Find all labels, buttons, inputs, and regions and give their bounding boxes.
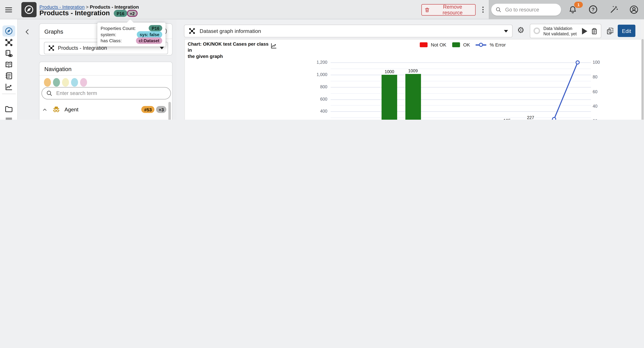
left-axis-tick: 800 xyxy=(305,84,327,89)
legend-error-label[interactable]: % Error xyxy=(490,42,506,47)
agent-icon xyxy=(50,105,62,114)
nav-item-label[interactable]: Agent xyxy=(64,106,141,113)
validation-status-circle-icon xyxy=(534,28,540,34)
right-axis-tick: 80 xyxy=(593,74,598,79)
navigation-panel: Navigation Agent#53+3AnnotationPropertys… xyxy=(39,62,172,120)
validation-title: Data Validation xyxy=(544,26,572,31)
chart-title: Chart: OK/NOK test Cases per class inthe… xyxy=(188,41,270,60)
database-view-icon[interactable] xyxy=(4,49,13,58)
chart-type-icon[interactable] xyxy=(270,42,277,49)
navigation-panel-title: Navigation xyxy=(44,66,72,72)
left-axis-tick: 1,200 xyxy=(305,60,327,64)
edit-button[interactable]: Edit xyxy=(618,24,636,37)
right-axis-tick: 100 xyxy=(593,60,600,64)
color-dot[interactable] xyxy=(44,78,51,86)
tooltip-badge: sys: false xyxy=(137,31,162,38)
left-axis-tick: 600 xyxy=(305,96,327,101)
rail-divider xyxy=(2,94,16,94)
right-axis-tick: 40 xyxy=(593,104,598,109)
left-axis-tick: 1,000 xyxy=(305,72,327,77)
navigation-search[interactable] xyxy=(42,87,171,99)
app-logo[interactable] xyxy=(21,2,36,18)
go-to-resource-search[interactable] xyxy=(491,4,561,16)
nav-badge: +3 xyxy=(156,106,166,113)
color-filter-dots xyxy=(44,78,87,86)
nav-item-agent[interactable]: Agent#53+3 xyxy=(40,102,172,117)
legend-notok-swatch[interactable] xyxy=(420,42,428,47)
tooltip-label: Properties Count: xyxy=(100,26,136,31)
magic-wand-icon[interactable] xyxy=(610,5,618,14)
breadcrumb-link[interactable]: Products - Integration xyxy=(40,4,84,10)
main-scrollbar[interactable] xyxy=(641,20,644,120)
graphs-panel-title: Graphs xyxy=(44,28,63,35)
chart-legend: Not OK OK % Error xyxy=(420,42,506,47)
top-bar: Products - Integration>Products - Integr… xyxy=(0,0,644,19)
explore-compass-icon[interactable] xyxy=(4,27,13,35)
properties-tooltip: Properties Count:P16 system:sys: false h… xyxy=(97,22,166,46)
right-axis-tick: 60 xyxy=(593,89,598,94)
tooltip-badge: P16 xyxy=(149,25,162,31)
notebook-icon[interactable] xyxy=(4,72,13,80)
collapse-sidebar-chevron-left-icon[interactable] xyxy=(24,28,31,35)
hamburger-menu-icon[interactable] xyxy=(4,6,13,14)
color-dot[interactable] xyxy=(80,78,87,86)
run-validation-play-icon[interactable] xyxy=(582,28,587,34)
left-icon-rail xyxy=(0,19,18,120)
validation-status: Not validated, yet xyxy=(544,31,577,36)
book-icon[interactable] xyxy=(4,60,13,69)
page-title: Products - Integration xyxy=(40,9,110,17)
properties-count-badge[interactable]: P16 xyxy=(114,10,127,17)
color-dot[interactable] xyxy=(53,78,60,86)
resource-view-select[interactable]: Dataset graph information xyxy=(184,24,513,37)
breadcrumb-current: Products - Integration xyxy=(90,4,139,10)
navigation-scrollbar[interactable] xyxy=(168,102,171,120)
resource-view-select-value: Dataset graph information xyxy=(200,28,500,34)
compass-logo-icon xyxy=(24,4,34,15)
notification-count-badge: 1 xyxy=(574,2,583,8)
graph-network-icon[interactable] xyxy=(4,38,13,47)
legend-notok-label[interactable]: Not OK xyxy=(431,42,446,47)
main-scrollbar-thumb[interactable] xyxy=(642,39,644,120)
user-avatar-icon[interactable] xyxy=(629,5,639,14)
color-dot[interactable] xyxy=(62,78,69,86)
tooltip-label: system: xyxy=(100,32,116,37)
search-icon xyxy=(46,90,53,97)
navigation-search-input[interactable] xyxy=(56,90,166,97)
legend-error-marker[interactable] xyxy=(476,42,486,47)
tooltip-label: has Class: xyxy=(100,38,122,43)
go-to-resource-input[interactable] xyxy=(504,6,553,13)
search-icon xyxy=(495,7,502,13)
kebab-menu-icon[interactable] xyxy=(479,5,487,14)
remove-resource-button[interactable]: Remove resource xyxy=(422,4,476,16)
copy-dashed-icon[interactable] xyxy=(606,27,614,35)
folder-icon[interactable] xyxy=(4,105,13,113)
app-window: Products - Integration>Products - Integr… xyxy=(0,0,644,120)
data-validation-widget: Data Validation Not validated, yet xyxy=(530,24,601,38)
legend-ok-swatch[interactable] xyxy=(452,42,460,47)
nav-item-badges: #53+3 xyxy=(141,106,166,113)
legend-ok-label[interactable]: OK xyxy=(463,42,470,47)
nav-item-annotationproperty[interactable]: AnnotationPropertysys: fa… xyxy=(40,117,172,120)
color-dot[interactable] xyxy=(71,78,78,86)
graph-node-icon xyxy=(188,28,196,34)
text-lines-icon[interactable] xyxy=(4,116,13,120)
gear-icon[interactable]: ⚙ xyxy=(517,26,524,34)
breadcrumb-separator: > xyxy=(84,4,90,10)
navigation-scrollbar-thumb[interactable] xyxy=(168,102,171,120)
chevron-down-icon xyxy=(160,47,164,49)
help-icon[interactable]: ? xyxy=(589,5,597,14)
more-badges-badge[interactable]: +2 xyxy=(127,10,138,17)
chevron-up-icon[interactable] xyxy=(40,107,50,112)
line-chart-icon[interactable] xyxy=(4,82,13,91)
tooltip-badge: cl:Dataset xyxy=(136,38,162,44)
graph-node-icon xyxy=(48,45,55,52)
nav-list: Agent#53+3AnnotationPropertysys: fa…Bill… xyxy=(40,102,172,120)
error-line-layer: 000 xyxy=(331,60,590,120)
clipboard-icon[interactable] xyxy=(590,27,598,35)
right-axis-tick: 20 xyxy=(593,118,598,120)
divider xyxy=(40,75,172,76)
chevron-down-icon xyxy=(504,30,508,32)
nav-badge: #53 xyxy=(141,106,154,113)
trash-icon xyxy=(424,7,430,13)
left-axis-tick: 400 xyxy=(305,108,327,114)
